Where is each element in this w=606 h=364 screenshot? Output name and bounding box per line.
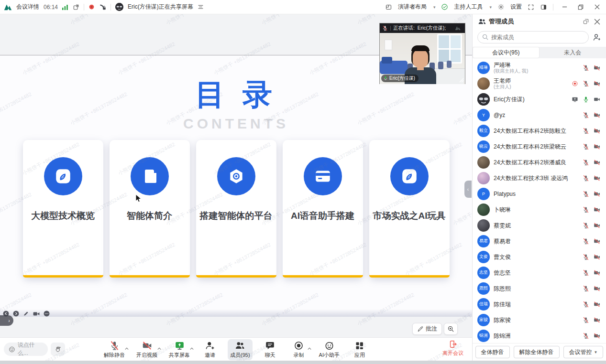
collapse-sidebar-handle[interactable]: ‹ (464, 181, 472, 198)
member-row[interactable]: 易君蔡易君 (473, 233, 606, 249)
mic-muted-icon[interactable] (583, 222, 589, 229)
host-tools-button[interactable]: 主持人工具 (454, 3, 483, 11)
mic-muted-icon[interactable] (583, 143, 589, 150)
mute-all-button[interactable]: 全体静音 (475, 346, 510, 358)
mic-muted-icon[interactable] (583, 285, 589, 292)
member-row[interactable]: 王老师(主持人) (473, 75, 606, 91)
member-row[interactable]: 靖琳严靖琳(联席主持人, 我) (473, 60, 606, 75)
member-row[interactable]: Eric(方佳谋) (473, 91, 606, 107)
expand-toolbar-handle[interactable]: › (0, 315, 13, 326)
resize-handle[interactable] (459, 78, 464, 83)
member-row[interactable]: 毅立24大数据工程本科2班陈毅立 (473, 123, 606, 139)
unmute-all-button[interactable]: 解除全体静音 (514, 346, 560, 358)
mic-on-icon[interactable] (583, 96, 589, 103)
camera-off-icon[interactable] (594, 128, 600, 134)
next-slide-icon[interactable] (13, 310, 19, 317)
member-row[interactable]: Y@yz (473, 107, 606, 123)
unmute-button[interactable]: 解除静音 (101, 339, 127, 360)
pencil-tool-icon[interactable] (23, 310, 29, 317)
zoom-in-button[interactable] (444, 323, 458, 335)
mic-muted-icon[interactable] (583, 317, 589, 323)
camera-off-icon[interactable] (594, 269, 600, 276)
camera-off-icon[interactable] (594, 332, 600, 339)
camera-off-icon[interactable] (594, 206, 600, 213)
members-button[interactable]: 成员(95) (228, 339, 253, 360)
speaker-layout-button[interactable]: 演讲者布局 (398, 3, 427, 11)
mic-muted-icon[interactable] (583, 128, 589, 134)
chat-button[interactable]: 聊天 (259, 339, 281, 360)
tab-in-meeting[interactable]: 会议中(95) (473, 47, 540, 58)
camera-off-icon[interactable] (594, 317, 600, 323)
mic-muted-icon[interactable] (583, 112, 589, 118)
ai-assistant-button[interactable]: AI小助手 (317, 339, 342, 360)
fullscreen-icon[interactable] (528, 4, 534, 11)
mic-muted-icon[interactable] (583, 254, 589, 260)
member-row[interactable]: PPlatypus (473, 186, 606, 202)
side-panel-toggle-icon[interactable] (540, 4, 547, 11)
settings-button[interactable]: 设置 (510, 3, 522, 11)
chevron-up-icon[interactable] (125, 343, 129, 352)
apps-button[interactable]: 应用 (349, 339, 371, 360)
member-row[interactable]: 24大数据工程本科2班潘威良 (473, 154, 606, 170)
camera-off-icon[interactable] (594, 64, 600, 71)
leave-meeting-button[interactable]: 离开会议 (442, 340, 463, 357)
chevron-up-icon[interactable] (308, 343, 311, 352)
camera-off-icon[interactable] (594, 143, 600, 150)
chevron-up-icon[interactable] (157, 343, 161, 352)
member-row[interactable]: 晓云24大数据工程本科2班梁晓云 (473, 139, 606, 154)
phone-lock-icon[interactable] (99, 3, 106, 11)
chevron-up-icon[interactable] (190, 343, 194, 352)
camera-tool-icon[interactable] (33, 311, 40, 317)
mic-muted-icon[interactable] (583, 301, 589, 308)
mic-muted-icon[interactable] (583, 269, 589, 276)
mic-muted-icon[interactable] (583, 206, 589, 213)
share-screen-button[interactable]: 共享屏幕 (166, 339, 192, 360)
member-row[interactable]: 文俊曹文俊 (473, 249, 606, 265)
mic-muted-icon[interactable] (583, 175, 589, 182)
tab-not-joined[interactable]: 未入会 (540, 47, 606, 58)
member-row[interactable]: 佳瑞陈佳瑞 (473, 296, 606, 312)
camera-off-icon[interactable] (594, 222, 600, 229)
camera-off-icon[interactable] (594, 285, 600, 292)
camera-on-icon[interactable] (594, 96, 600, 103)
camera-off-icon[interactable] (594, 112, 600, 118)
cloud-record-indicator[interactable] (572, 80, 578, 87)
camera-off-icon[interactable] (594, 301, 600, 308)
mic-muted-icon[interactable] (583, 159, 589, 166)
meeting-control-button[interactable]: 会议管控▼ (563, 346, 604, 358)
camera-off-icon[interactable] (594, 238, 600, 245)
speaker-video-thumbnail[interactable]: 正在讲话: Eric(方佳谋); (379, 23, 465, 84)
popout-panel-icon[interactable] (583, 18, 589, 25)
member-row[interactable]: 锦洲陈锦洲 (473, 328, 606, 343)
mic-muted-icon[interactable] (583, 80, 589, 87)
close-panel-icon[interactable] (594, 19, 600, 25)
recording-indicator-icon[interactable] (88, 4, 95, 10)
restore-button[interactable] (575, 2, 586, 12)
mic-muted-icon[interactable] (583, 191, 589, 197)
more-tools-icon[interactable] (44, 310, 50, 317)
mic-muted-icon[interactable] (583, 64, 589, 71)
record-button[interactable]: 录制 (288, 339, 310, 360)
camera-off-icon[interactable] (594, 191, 600, 197)
close-button[interactable] (592, 2, 602, 12)
member-row[interactable]: 家骏陈家骏 (473, 312, 606, 328)
annotate-button[interactable]: 批注 (412, 323, 442, 335)
camera-off-icon[interactable] (594, 80, 600, 87)
member-row[interactable]: 志坚曾志坚 (473, 265, 606, 280)
sharing-options-icon[interactable] (198, 4, 204, 10)
search-members-input[interactable] (477, 31, 589, 43)
add-member-icon[interactable] (593, 33, 601, 41)
camera-off-icon[interactable] (594, 159, 600, 166)
member-row[interactable]: 卜晓琳 (473, 202, 606, 217)
sharing-screen-icon[interactable] (572, 96, 578, 103)
start-video-button[interactable]: 开启视频 (134, 339, 160, 360)
meeting-details-button[interactable]: 会议详情 (16, 3, 39, 11)
member-row[interactable]: 蔡雯妮 (473, 217, 606, 233)
camera-off-icon[interactable] (594, 254, 600, 260)
popout-window-icon[interactable] (73, 4, 79, 11)
minimize-button[interactable] (559, 2, 570, 12)
camera-off-icon[interactable] (594, 175, 600, 182)
mic-muted-icon[interactable] (583, 332, 589, 339)
member-row[interactable]: 恩熙陈恩熙 (473, 280, 606, 296)
invite-button[interactable]: 邀请 (199, 339, 221, 360)
